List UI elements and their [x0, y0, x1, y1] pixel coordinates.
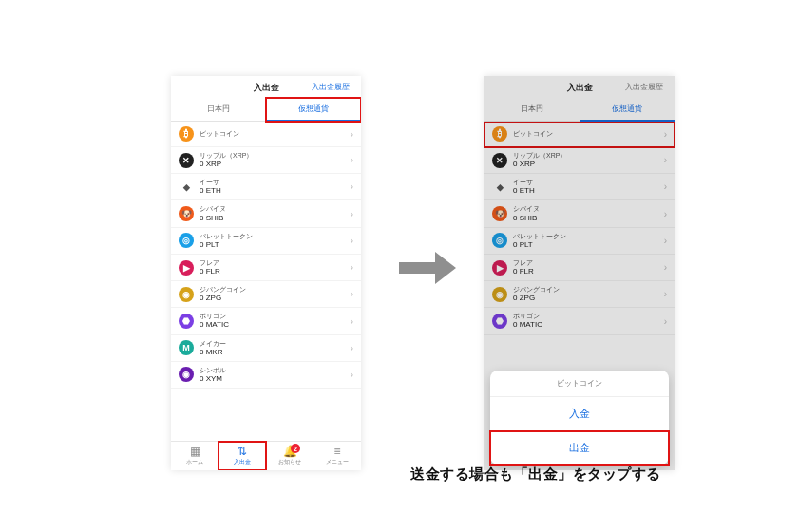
shib-icon: 🐶 [179, 206, 194, 221]
arrow-icon [399, 252, 456, 284]
coin-balance: 0 MATIC [200, 320, 229, 329]
funds-icon: ⇅ [238, 446, 247, 457]
coin-row-plt[interactable]: ◎パレットトークン0 PLT› [484, 228, 674, 255]
coin-row-xym[interactable]: ◉シンボル0 XYM› [171, 362, 361, 389]
coin-row-eth[interactable]: ◆イーサ0 ETH› [484, 174, 674, 200]
coin-list: ₿ビットコイン›✕リップル（XRP）0 XRP›◆イーサ0 ETH›🐶シバイヌ0… [171, 122, 361, 441]
coin-row-btc[interactable]: ₿ビットコイン› [171, 122, 361, 147]
zpg-icon: ◉ [492, 287, 507, 302]
chevron-right-icon: › [351, 181, 353, 192]
currency-subtabs: 日本円 仮想通貨 [484, 98, 674, 122]
coin-row-flr[interactable]: ▶フレア0 FLR› [484, 255, 674, 281]
tab-home[interactable]: ▦ホーム [171, 442, 218, 470]
coin-name: ビットコイン [513, 130, 553, 138]
plt-icon: ◎ [179, 233, 194, 248]
chevron-right-icon: › [351, 370, 353, 380]
coin-balance: 0 SHIB [513, 214, 540, 222]
page-title: 入出金 [567, 82, 593, 94]
coin-name: シンボル [200, 367, 226, 374]
chevron-right-icon: › [351, 316, 353, 327]
history-link[interactable]: 入出金履歴 [625, 82, 663, 92]
btc-icon: ₿ [179, 126, 194, 142]
chevron-right-icon: › [664, 155, 667, 165]
coin-balance: 0 ZPG [513, 294, 560, 302]
tab-menu[interactable]: ≡メニュー [314, 442, 361, 470]
coin-name: パレットトークン [513, 233, 566, 240]
coin-name: ビットコイン [200, 130, 239, 138]
history-link[interactable]: 入出金履歴 [312, 82, 350, 92]
flr-icon: ▶ [179, 260, 194, 276]
phone-screen-step1: 入出金 入出金履歴 日本円 仮想通貨 ₿ビットコイン›✕リップル（XRP）0 X… [171, 76, 361, 470]
subtab-jpy[interactable]: 日本円 [171, 98, 266, 122]
coin-row-xrp[interactable]: ✕リップル（XRP）0 XRP› [171, 147, 361, 174]
notification-badge: 2 [291, 444, 300, 453]
tab-funds[interactable]: ⇅入出金 [218, 442, 266, 470]
coin-balance: 0 ZPG [200, 294, 246, 302]
chevron-right-icon: › [664, 181, 667, 192]
sheet-title: ビットコイン [490, 370, 669, 397]
action-sheet: ビットコイン 入金 出金 [490, 370, 669, 465]
tab-label: お知らせ [278, 458, 301, 466]
mkr-icon: M [179, 340, 194, 355]
coin-name: ポリゴン [513, 313, 542, 320]
tab-notice[interactable]: 🔔お知らせ2 [266, 442, 314, 470]
chevron-right-icon: › [664, 209, 667, 219]
coin-balance: 0 XRP [513, 160, 566, 168]
chevron-right-icon: › [351, 236, 353, 246]
coin-name: リップル（XRP） [513, 152, 566, 160]
coin-name: シバイヌ [513, 205, 540, 213]
chevron-right-icon: › [664, 262, 667, 273]
coin-balance: 0 PLT [200, 240, 253, 249]
coin-row-zpg[interactable]: ◉ジパングコイン0 ZPG› [484, 281, 674, 308]
home-icon: ▦ [190, 446, 200, 457]
deposit-button[interactable]: 入金 [490, 397, 669, 431]
coin-row-shib[interactable]: 🐶シバイヌ0 SHIB› [484, 200, 674, 227]
xrp-icon: ✕ [492, 153, 507, 168]
bottom-tabbar: ▦ホーム⇅入出金🔔お知らせ2≡メニュー [171, 441, 361, 470]
coin-row-matic[interactable]: ⬣ポリゴン0 MATIC› [171, 308, 361, 334]
coin-name: フレア [200, 259, 220, 267]
xym-icon: ◉ [179, 367, 194, 382]
coin-balance: 0 FLR [200, 267, 220, 276]
coin-balance: 0 ETH [513, 186, 535, 195]
coin-row-matic[interactable]: ⬣ポリゴン0 MATIC› [484, 308, 674, 334]
plt-icon: ◎ [492, 233, 507, 248]
chevron-right-icon: › [351, 289, 353, 299]
withdraw-button[interactable]: 出金 [490, 431, 669, 465]
subtab-crypto[interactable]: 仮想通貨 [580, 98, 674, 122]
tab-label: ホーム [186, 458, 203, 466]
coin-row-flr[interactable]: ▶フレア0 FLR› [171, 255, 361, 281]
zpg-icon: ◉ [179, 287, 194, 302]
page-title: 入出金 [254, 82, 279, 94]
coin-row-mkr[interactable]: Mメイカー0 MKR› [171, 335, 361, 362]
chevron-right-icon: › [351, 209, 353, 219]
flr-icon: ▶ [492, 260, 507, 276]
btc-icon: ₿ [492, 126, 507, 142]
coin-name: ポリゴン [200, 313, 229, 320]
coin-balance: 0 SHIB [200, 214, 226, 222]
coin-name: リップル（XRP） [200, 152, 253, 160]
coin-row-btc[interactable]: ₿ビットコイン› [484, 122, 674, 147]
shib-icon: 🐶 [492, 206, 507, 221]
coin-row-xrp[interactable]: ✕リップル（XRP）0 XRP› [484, 147, 674, 174]
coin-row-eth[interactable]: ◆イーサ0 ETH› [171, 174, 361, 200]
coin-row-shib[interactable]: 🐶シバイヌ0 SHIB› [171, 200, 361, 227]
coin-name: シバイヌ [200, 205, 226, 213]
tab-label: 入出金 [234, 458, 251, 466]
subtab-crypto[interactable]: 仮想通貨 [266, 98, 361, 122]
eth-icon: ◆ [492, 180, 507, 195]
coin-row-zpg[interactable]: ◉ジパングコイン0 ZPG› [171, 281, 361, 308]
coin-name: イーサ [513, 179, 535, 186]
phone-screen-step2: 入出金 入出金履歴 日本円 仮想通貨 ₿ビットコイン›✕リップル（XRP）0 X… [484, 76, 674, 470]
coin-name: メイカー [200, 340, 226, 348]
eth-icon: ◆ [179, 180, 194, 195]
coin-balance: 0 ETH [200, 186, 221, 195]
chevron-right-icon: › [351, 155, 353, 165]
instruction-caption: 送金する場合も「出金」をタップする [410, 466, 661, 484]
chevron-right-icon: › [351, 343, 353, 353]
coin-row-plt[interactable]: ◎パレットトークン0 PLT› [171, 228, 361, 255]
xrp-icon: ✕ [179, 153, 194, 168]
chevron-right-icon: › [664, 289, 667, 299]
subtab-jpy[interactable]: 日本円 [484, 98, 580, 122]
coin-name: ジパングコイン [200, 286, 246, 294]
